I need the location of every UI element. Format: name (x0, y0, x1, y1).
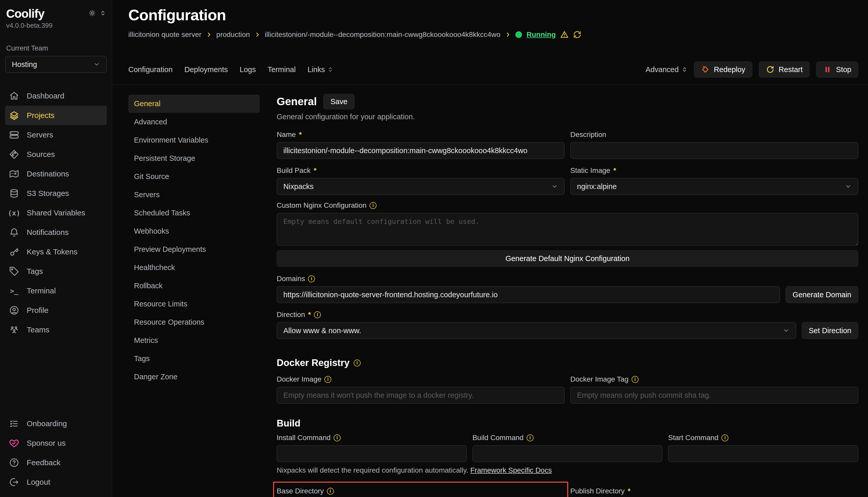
start-command-input[interactable] (668, 445, 858, 462)
base-directory-highlight-box: Base Directory (273, 482, 568, 497)
build-pack-select[interactable]: Nixpacks (277, 178, 565, 195)
content-area: General Advanced Environment Variables P… (112, 85, 868, 497)
sidebar-item-label: Teams (27, 325, 49, 334)
refresh-icon[interactable] (573, 30, 581, 39)
subnav-item-resource-operations[interactable]: Resource Operations (128, 313, 260, 331)
sidebar-item-logout[interactable]: Logout (5, 472, 107, 492)
sidebar-item-s3-storages[interactable]: S3 Storages (5, 184, 107, 203)
subnav-item-environment-variables[interactable]: Environment Variables (128, 131, 260, 149)
breadcrumb-environment[interactable]: production (216, 30, 250, 39)
tab-links[interactable]: Links (307, 66, 333, 74)
sidebar-item-label: Notifications (27, 228, 69, 237)
static-image-select[interactable]: nginx:alpine (570, 178, 858, 195)
sidebar-item-teams[interactable]: Teams (5, 320, 107, 340)
build-pack-field-group: Build Pack Nixpacks (277, 166, 565, 195)
layers-icon (9, 110, 19, 121)
sidebar-item-shared-variables[interactable]: Shared Variables (5, 203, 107, 223)
subnav-label: Git Source (134, 172, 169, 181)
theme-sun-icon[interactable] (89, 10, 95, 16)
stop-button[interactable]: Stop (816, 61, 858, 77)
sidebar-item-sources[interactable]: Sources (5, 145, 107, 164)
sidebar-item-onboarding[interactable]: Onboarding (5, 414, 107, 434)
framework-docs-link[interactable]: Framework Specific Docs (470, 466, 552, 474)
tab-deployments[interactable]: Deployments (184, 66, 228, 74)
sidebar-item-projects[interactable]: Projects (5, 106, 107, 125)
subnav-item-resource-limits[interactable]: Resource Limits (128, 295, 260, 313)
build-command-input[interactable] (472, 445, 663, 462)
subnav-item-scheduled-tasks[interactable]: Scheduled Tasks (128, 204, 260, 222)
subnav-item-metrics[interactable]: Metrics (128, 331, 260, 350)
sidebar-item-label: Terminal (27, 286, 56, 295)
install-command-input[interactable] (277, 445, 467, 462)
sidebar: Coolify v4.0.0-beta.399 Current Team Hos… (0, 0, 112, 497)
docker-image-input[interactable] (277, 387, 565, 404)
chevron-down-icon (783, 327, 789, 334)
theme-updown-icon[interactable] (100, 10, 106, 16)
subnav-item-tags[interactable]: Tags (128, 350, 260, 368)
terminal-icon (9, 285, 19, 296)
direction-value: Allow www & non-www. (283, 326, 361, 335)
subnav-item-rollback[interactable]: Rollback (128, 277, 260, 295)
sidebar-item-destinations[interactable]: Destinations (5, 164, 107, 184)
direction-select[interactable]: Allow www & non-www. (277, 322, 796, 339)
description-field-group: Description (570, 130, 858, 159)
tab-bar: Configuration Deployments Logs Terminal … (112, 61, 868, 85)
domains-field-group: Domains Generate Domain (277, 274, 858, 303)
subnav-item-general[interactable]: General (128, 95, 260, 113)
status-dot (515, 31, 522, 38)
subnav-item-danger-zone[interactable]: Danger Zone (128, 368, 260, 386)
sidebar-item-terminal[interactable]: Terminal (5, 281, 107, 301)
subnav-item-persistent-storage[interactable]: Persistent Storage (128, 149, 260, 168)
name-input[interactable] (277, 142, 565, 159)
tab-terminal[interactable]: Terminal (268, 66, 296, 74)
tab-configuration[interactable]: Configuration (128, 66, 173, 74)
updown-chevron-icon (328, 67, 333, 72)
docker-image-tag-field-group: Docker Image Tag (570, 375, 858, 404)
restart-button[interactable]: Restart (759, 61, 810, 77)
chevron-right-icon (254, 32, 260, 38)
sidebar-item-dashboard[interactable]: Dashboard (5, 86, 107, 106)
tab-label: Links (307, 66, 325, 74)
sidebar-item-sponsor-us[interactable]: Sponsor us (5, 434, 107, 453)
breadcrumb: illicitonion quote server production ill… (128, 30, 858, 39)
sidebar-item-notifications[interactable]: Notifications (5, 223, 107, 242)
warning-icon[interactable] (560, 30, 568, 39)
docker-image-label: Docker Image (277, 375, 321, 383)
custom-nginx-textarea[interactable] (277, 213, 858, 246)
subnav-item-git-source[interactable]: Git Source (128, 168, 260, 186)
breadcrumb-application[interactable]: illicitestonion/-module--decomposition:m… (265, 30, 500, 39)
sidebar-item-feedback[interactable]: Feedback (5, 453, 107, 472)
build-command-field-group: Build Command (472, 434, 663, 462)
info-icon (370, 202, 376, 209)
sidebar-item-servers[interactable]: Servers (5, 125, 107, 145)
docker-image-tag-input[interactable] (570, 387, 858, 404)
team-select[interactable]: Hosting (5, 56, 107, 73)
sidebar-item-label: Sources (27, 150, 55, 159)
generate-nginx-config-button[interactable]: Generate Default Nginx Configuration (277, 250, 858, 267)
subnav-item-healthcheck[interactable]: Healthcheck (128, 258, 260, 277)
sidebar-item-label: Profile (27, 306, 49, 315)
set-direction-button[interactable]: Set Direction (802, 322, 858, 339)
advanced-dropdown[interactable]: Advanced (646, 66, 687, 74)
tab-logs[interactable]: Logs (240, 66, 256, 74)
sidebar-item-keys-tokens[interactable]: Keys & Tokens (5, 242, 107, 261)
subnav-item-webhooks[interactable]: Webhooks (128, 222, 260, 240)
subnav-item-advanced[interactable]: Advanced (128, 113, 260, 131)
domains-input[interactable] (277, 286, 780, 303)
sidebar-item-profile[interactable]: Profile (5, 301, 107, 320)
subnav-item-servers[interactable]: Servers (128, 186, 260, 204)
redeploy-button[interactable]: Redeploy (694, 61, 752, 77)
breadcrumb-project[interactable]: illicitonion quote server (128, 30, 202, 39)
description-input[interactable] (570, 142, 858, 159)
save-button[interactable]: Save (323, 94, 354, 109)
sidebar-item-label: Dashboard (27, 91, 65, 100)
status-running-link[interactable]: Running (527, 30, 556, 39)
stop-label: Stop (836, 66, 851, 74)
subnav-item-preview-deployments[interactable]: Preview Deployments (128, 240, 260, 258)
sidebar-item-tags[interactable]: Tags (5, 261, 107, 281)
database-icon (9, 188, 19, 199)
app-version: v4.0.0-beta.399 (5, 22, 107, 29)
generate-domain-button[interactable]: Generate Domain (786, 286, 858, 303)
sidebar-footer: Onboarding Sponsor us Feedback Logout (5, 414, 107, 493)
direction-label: Direction (277, 311, 305, 319)
